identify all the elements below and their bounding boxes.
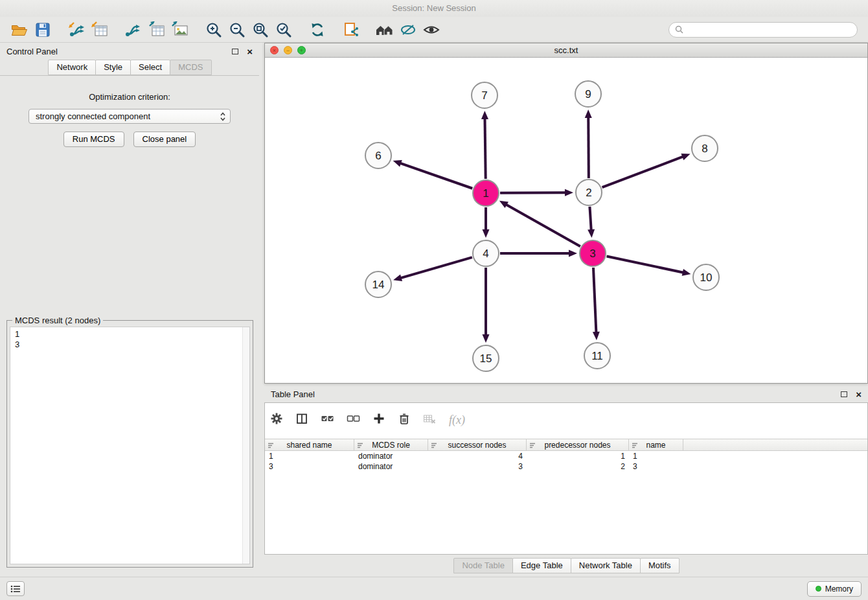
zoom-selected-button[interactable] bbox=[272, 19, 295, 40]
open-session-button[interactable] bbox=[8, 19, 31, 40]
graph-edge-2-9[interactable] bbox=[588, 115, 589, 178]
hide-selected-button[interactable] bbox=[396, 19, 420, 40]
table-cell: 4 bbox=[428, 452, 527, 461]
svg-text:15: 15 bbox=[480, 352, 492, 365]
column-header[interactable]: successor nodes bbox=[428, 439, 527, 450]
export-image-button[interactable] bbox=[168, 19, 192, 40]
svg-text:8: 8 bbox=[702, 143, 707, 155]
table-row[interactable]: 1dominator411 bbox=[265, 451, 867, 461]
refresh-layout-button[interactable] bbox=[306, 19, 329, 40]
graph-edge-3-11[interactable] bbox=[593, 268, 597, 334]
delete-table-button[interactable] bbox=[423, 412, 437, 428]
graph-edge-2-8[interactable] bbox=[602, 156, 685, 187]
table-rows: 1dominator4113dominator323 bbox=[265, 451, 867, 472]
zoom-in-button[interactable] bbox=[202, 19, 225, 40]
network-overview-button[interactable] bbox=[339, 19, 363, 40]
graph-edge-1-7[interactable] bbox=[485, 117, 485, 179]
deselect-all-button[interactable] bbox=[347, 412, 360, 428]
graph-node-15[interactable]: 15 bbox=[473, 345, 499, 371]
run-mcds-button[interactable]: Run MCDS bbox=[63, 132, 124, 147]
import-network-icon bbox=[67, 21, 86, 38]
graph-node-8[interactable]: 8 bbox=[692, 135, 718, 161]
graph-edge-4-14[interactable] bbox=[399, 257, 472, 279]
graph-node-4[interactable]: 4 bbox=[473, 240, 499, 266]
network-window-titlebar[interactable]: × − + scc.txt bbox=[265, 43, 867, 58]
svg-text:3: 3 bbox=[589, 248, 595, 260]
export-table-button[interactable] bbox=[145, 19, 168, 40]
result-scrollbar[interactable] bbox=[242, 327, 249, 564]
export-network-button[interactable] bbox=[122, 19, 145, 40]
first-neighbors-button[interactable] bbox=[373, 19, 396, 40]
zoom-fit-button[interactable] bbox=[249, 19, 272, 40]
task-history-button[interactable] bbox=[6, 581, 25, 596]
table-settings-button[interactable] bbox=[270, 412, 283, 428]
delete-column-button[interactable] bbox=[398, 412, 411, 428]
table-cell: 1 bbox=[265, 452, 354, 461]
tab-network[interactable]: Network bbox=[48, 60, 96, 75]
table-panel: Table Panel × bbox=[264, 386, 868, 577]
select-all-button[interactable] bbox=[321, 412, 334, 428]
import-table-button[interactable] bbox=[88, 19, 111, 40]
tab-node-table[interactable]: Node Table bbox=[453, 558, 513, 573]
table-cell: dominator bbox=[354, 462, 428, 471]
show-column-button[interactable] bbox=[295, 412, 308, 428]
network-window: × − + scc.txt 7968124310141511 bbox=[264, 43, 868, 384]
control-panel: Control Panel × Network Style Select MCD… bbox=[0, 43, 259, 577]
maximize-window-icon[interactable]: + bbox=[297, 46, 306, 54]
graph-node-2[interactable]: 2 bbox=[576, 179, 602, 205]
tab-mcds[interactable]: MCDS bbox=[170, 60, 211, 75]
graph-edge-arrowhead bbox=[565, 189, 573, 196]
network-canvas[interactable]: 7968124310141511 bbox=[265, 58, 867, 383]
optimization-criterion-label: Optimization criterion: bbox=[0, 92, 259, 102]
tab-network-table[interactable]: Network Table bbox=[571, 558, 641, 573]
close-panel-button[interactable]: Close panel bbox=[133, 132, 196, 147]
houses-icon bbox=[375, 22, 394, 38]
criterion-dropdown[interactable]: strongly connected component bbox=[29, 109, 231, 124]
tab-style[interactable]: Style bbox=[95, 60, 131, 75]
show-graphics-details-button[interactable] bbox=[420, 19, 443, 40]
column-type-icon bbox=[268, 442, 275, 449]
refresh-icon bbox=[309, 21, 326, 38]
column-header[interactable]: predecessor nodes bbox=[527, 439, 629, 450]
graph-edge-1-6[interactable] bbox=[398, 163, 472, 189]
graph-edge-3-1[interactable] bbox=[505, 203, 580, 246]
float-panel-icon[interactable] bbox=[232, 49, 238, 54]
column-header[interactable]: MCDS role bbox=[354, 439, 428, 450]
graph-node-3[interactable]: 3 bbox=[580, 240, 606, 266]
table-row[interactable]: 3dominator323 bbox=[265, 461, 867, 472]
graph-edge-arrowhead bbox=[681, 154, 690, 160]
graph-node-10[interactable]: 10 bbox=[693, 264, 719, 290]
graph-edge-1-2[interactable] bbox=[500, 192, 567, 193]
function-builder-button[interactable]: f(x) bbox=[449, 413, 465, 427]
graph-node-7[interactable]: 7 bbox=[472, 82, 497, 108]
close-table-panel-icon[interactable]: × bbox=[856, 389, 862, 399]
folder-open-icon bbox=[11, 22, 28, 38]
column-header[interactable]: name bbox=[629, 439, 683, 450]
export-image-icon bbox=[171, 21, 189, 38]
create-column-button[interactable] bbox=[372, 412, 385, 428]
graph-node-1[interactable]: 1 bbox=[473, 180, 499, 206]
column-header[interactable]: shared name bbox=[265, 439, 354, 450]
save-session-button[interactable] bbox=[31, 19, 54, 40]
graph-edge-3-10[interactable] bbox=[607, 257, 685, 273]
column-type-icon bbox=[431, 442, 438, 449]
graph-node-14[interactable]: 14 bbox=[365, 271, 391, 297]
float-table-panel-icon[interactable] bbox=[841, 391, 847, 397]
tab-select[interactable]: Select bbox=[130, 60, 170, 75]
zoom-out-icon bbox=[229, 21, 246, 38]
graph-node-9[interactable]: 9 bbox=[575, 81, 601, 107]
close-panel-icon[interactable]: × bbox=[247, 47, 253, 56]
import-network-button[interactable] bbox=[65, 19, 88, 40]
search-input[interactable] bbox=[687, 25, 851, 34]
graph-edge-2-3[interactable] bbox=[589, 207, 591, 232]
close-window-icon[interactable]: × bbox=[270, 46, 279, 54]
memory-button[interactable]: Memory bbox=[807, 581, 862, 597]
svg-text:11: 11 bbox=[591, 350, 603, 362]
zoom-out-button[interactable] bbox=[225, 19, 249, 40]
graph-node-11[interactable]: 11 bbox=[584, 343, 610, 369]
tab-edge-table[interactable]: Edge Table bbox=[512, 558, 571, 573]
graph-node-6[interactable]: 6 bbox=[365, 143, 391, 168]
tab-motifs[interactable]: Motifs bbox=[640, 558, 680, 573]
search-box[interactable] bbox=[668, 22, 858, 38]
minimize-window-icon[interactable]: − bbox=[284, 46, 292, 54]
